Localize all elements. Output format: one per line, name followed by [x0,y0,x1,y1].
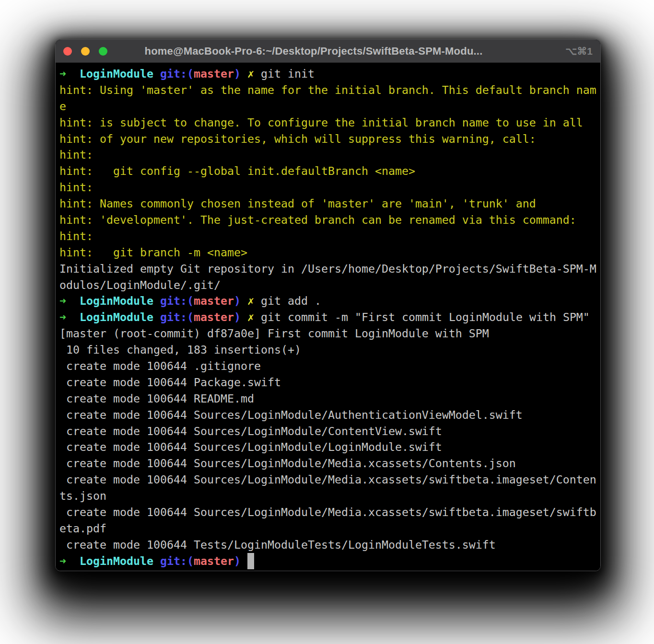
terminal-line: ➜ LoginModule git:(master) [59,553,596,569]
terminal-line: create mode 100644 Sources/LoginModule/M… [59,472,596,488]
terminal-line: create mode 100644 Sources/LoginModule/C… [59,423,596,439]
terminal-line: hint: [59,147,596,163]
terminal-line: hint: is subject to change. To configure… [59,115,596,131]
terminal-line: create mode 100644 Tests/LoginModuleTest… [59,537,596,553]
terminal-line: ts.json [59,488,596,504]
terminal-line: hint: 'development'. The just-created br… [59,212,596,228]
terminal-line: ➜ LoginModule git:(master) ✗ git add . [59,293,596,309]
window-title: home@MacBook-Pro-6:~/Desktop/Projects/Sw… [84,45,543,58]
terminal-line: create mode 100644 Sources/LoginModule/M… [59,455,596,472]
terminal-line: hint: git config --global init.defaultBr… [59,163,596,179]
terminal-line: create mode 100644 Sources/LoginModule/L… [59,439,596,455]
terminal-line: ➜ LoginModule git:(master) ✗ git commit … [59,309,596,325]
terminal-line: hint: [59,179,596,196]
terminal-line: [master (root-commit) df87a0e] First com… [59,325,596,342]
minimize-button[interactable] [81,47,90,56]
titlebar[interactable]: home@MacBook-Pro-6:~/Desktop/Projects/Sw… [56,40,600,63]
terminal-line: odulos/LoginModule/.git/ [59,277,596,293]
terminal-window: home@MacBook-Pro-6:~/Desktop/Projects/Sw… [55,39,601,571]
terminal-line: create mode 100644 Package.swift [59,374,596,391]
terminal-line: e [59,98,596,115]
terminal-line: hint: [59,228,596,244]
window-shortcut-badge: ⌥⌘1 [565,46,593,57]
terminal-output[interactable]: ➜ LoginModule git:(master) ✗ git inithin… [56,63,600,571]
terminal-line: eta.pdf [59,520,596,537]
traffic-lights [63,47,107,56]
close-button[interactable] [63,47,72,56]
terminal-line: 10 files changed, 183 insertions(+) [59,342,596,358]
terminal-line: Initialized empty Git repository in /Use… [59,261,596,277]
terminal-line: hint: Using 'master' as the name for the… [59,82,596,98]
terminal-line: ➜ LoginModule git:(master) ✗ git init [59,66,596,82]
terminal-line: create mode 100644 Sources/LoginModule/A… [59,407,596,423]
terminal-line: create mode 100644 Sources/LoginModule/M… [59,504,596,520]
terminal-line: hint: of your new repositories, which wi… [59,131,596,147]
zoom-button[interactable] [99,47,107,56]
terminal-line: create mode 100644 .gitignore [59,358,596,374]
terminal-cursor [247,553,254,569]
terminal-line: create mode 100644 README.md [59,391,596,407]
terminal-line: hint: git branch -m <name> [59,244,596,261]
terminal-line: hint: Names commonly chosen instead of '… [59,196,596,212]
